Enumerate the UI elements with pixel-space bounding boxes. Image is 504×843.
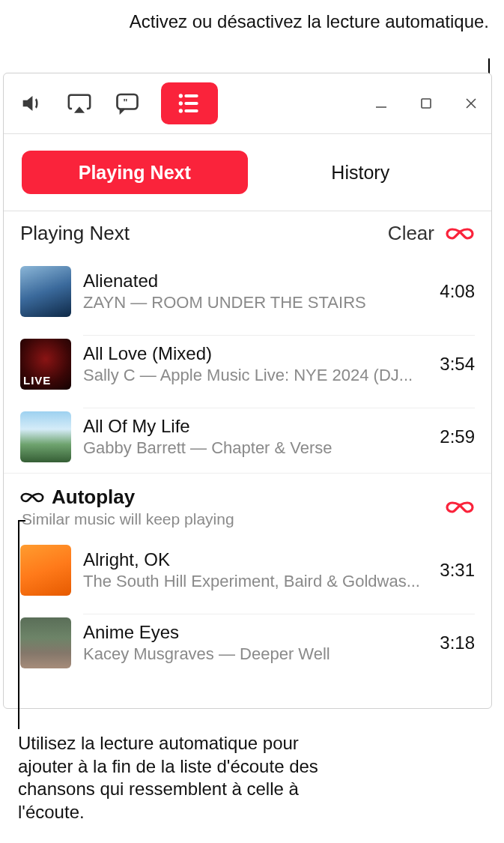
- track-title: All Of My Life: [83, 416, 429, 437]
- minimize-button[interactable]: [373, 95, 389, 112]
- album-art: [20, 545, 71, 596]
- track-duration: 3:31: [440, 560, 475, 581]
- track-subtitle: ZAYN — ROOM UNDER THE STAIRS: [83, 293, 429, 312]
- infinity-icon: [446, 225, 474, 243]
- close-icon: [464, 97, 478, 110]
- callout-line: [18, 520, 25, 522]
- track-subtitle: The South Hill Experiment, Baird & Goldw…: [83, 572, 429, 591]
- album-art: [20, 411, 71, 462]
- svg-point-2: [179, 94, 183, 97]
- callout-top: Activez ou désactivez la lecture automat…: [130, 10, 489, 33]
- album-art: [20, 617, 71, 668]
- window-controls: [373, 95, 479, 112]
- track-title: All Love (Mixed): [83, 343, 429, 364]
- titlebar: ": [4, 73, 491, 134]
- queue-list-icon: [174, 88, 204, 118]
- infinity-icon: [20, 490, 44, 505]
- track-title: Alright, OK: [83, 549, 429, 570]
- minimize-icon: [374, 97, 388, 110]
- svg-rect-3: [184, 94, 198, 97]
- queue-window: ": [3, 73, 492, 709]
- queue-header: Playing Next Clear: [4, 211, 491, 256]
- track-duration: 2:59: [440, 426, 475, 447]
- svg-point-4: [179, 101, 183, 105]
- track-duration: 3:54: [440, 354, 475, 375]
- album-art: [20, 266, 71, 317]
- autoplay-toggle[interactable]: [445, 497, 475, 518]
- tab-history[interactable]: History: [248, 151, 474, 194]
- track-row[interactable]: Alright, OK The South Hill Experiment, B…: [4, 534, 491, 606]
- close-button[interactable]: [463, 95, 479, 112]
- airplay-button[interactable]: [65, 89, 94, 118]
- autoplay-title: Autoplay: [52, 486, 135, 509]
- volume-icon: [19, 91, 44, 116]
- tab-row: Playing Next History: [4, 134, 491, 211]
- svg-rect-9: [422, 99, 431, 108]
- svg-point-6: [179, 109, 183, 112]
- infinity-icon: [446, 498, 474, 516]
- volume-button[interactable]: [17, 89, 46, 118]
- maximize-icon: [419, 97, 433, 110]
- queue-header-title: Playing Next: [20, 222, 377, 245]
- callout-line: [18, 520, 19, 729]
- autoplay-section-header: Autoplay Similar music will keep playing: [4, 473, 491, 534]
- lyrics-icon: ": [114, 90, 141, 117]
- album-art: [20, 339, 71, 390]
- autoplay-subtitle: Similar music will keep playing: [22, 510, 436, 528]
- lyrics-button[interactable]: ": [113, 89, 142, 118]
- autoplay-toggle[interactable]: [445, 223, 475, 244]
- track-duration: 3:18: [440, 632, 475, 653]
- svg-rect-5: [184, 102, 198, 105]
- airplay-icon: [67, 91, 92, 116]
- track-subtitle: Sally C — Apple Music Live: NYE 2024 (DJ…: [83, 366, 429, 385]
- track-duration: 4:08: [440, 281, 475, 302]
- queue-list: Alienated ZAYN — ROOM UNDER THE STAIRS 4…: [4, 256, 491, 708]
- maximize-button[interactable]: [418, 95, 434, 112]
- track-row[interactable]: Anime Eyes Kacey Musgraves — Deeper Well…: [4, 606, 491, 679]
- svg-text:": ": [123, 97, 127, 108]
- track-title: Alienated: [83, 271, 429, 291]
- autoplay-title-row: Autoplay: [20, 486, 436, 509]
- clear-button[interactable]: Clear: [388, 222, 434, 245]
- track-subtitle: Gabby Barrett — Chapter & Verse: [83, 438, 429, 458]
- callout-bottom: Utilisez la lecture automatique pour ajo…: [18, 732, 333, 824]
- track-row[interactable]: All Love (Mixed) Sally C — Apple Music L…: [4, 327, 491, 400]
- track-row[interactable]: All Of My Life Gabby Barrett — Chapter &…: [4, 400, 491, 473]
- svg-rect-7: [184, 109, 198, 112]
- track-subtitle: Kacey Musgraves — Deeper Well: [83, 644, 429, 664]
- track-title: Anime Eyes: [83, 622, 429, 643]
- toolbar-left: ": [17, 82, 218, 124]
- tab-playing-next[interactable]: Playing Next: [22, 151, 248, 194]
- track-row[interactable]: Alienated ZAYN — ROOM UNDER THE STAIRS 4…: [4, 256, 491, 327]
- queue-button[interactable]: [161, 82, 218, 124]
